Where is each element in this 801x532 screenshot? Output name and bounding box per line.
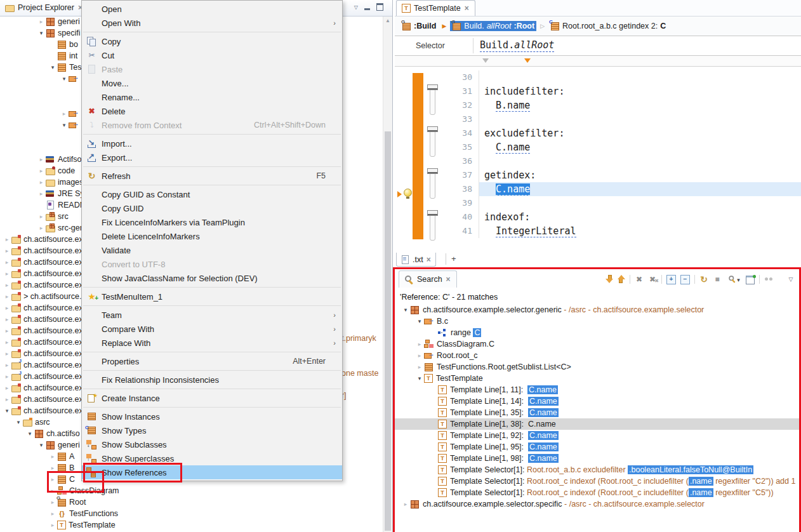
menu-item-copy-guid-as-constant[interactable]: Copy GUID as Constant bbox=[82, 187, 342, 201]
menu-item-refresh[interactable]: RefreshF5 bbox=[82, 169, 342, 183]
chevron-expanded-icon[interactable]: ▾ bbox=[25, 428, 34, 439]
chevron-collapsed-icon[interactable]: ▸ bbox=[48, 519, 57, 531]
chevron-expanded-icon[interactable]: ▾ bbox=[37, 439, 46, 451]
close-icon[interactable]: × bbox=[426, 255, 432, 264]
menu-item-export[interactable]: Export... bbox=[82, 150, 342, 164]
chevron-collapsed-icon[interactable]: ▸ bbox=[60, 108, 69, 119]
menu-item-copy-guid[interactable]: Copy GUID bbox=[82, 201, 342, 215]
scroll-up-icon[interactable]: ▲ bbox=[383, 18, 392, 23]
chevron-collapsed-icon[interactable]: ▸ bbox=[37, 16, 46, 27]
menu-item-import[interactable]: Import... bbox=[82, 136, 342, 150]
menu-item-cut[interactable]: Cut bbox=[82, 48, 342, 62]
chevron-collapsed-icon[interactable]: ▸ bbox=[37, 154, 46, 165]
chevron-collapsed-icon[interactable]: ▸ bbox=[48, 508, 57, 519]
tree-item-testfunctions[interactable]: ▸{}TestFunctions bbox=[0, 508, 383, 519]
menu-item-move[interactable]: Move... bbox=[82, 76, 342, 90]
chevron-collapsed-icon[interactable]: ▸ bbox=[3, 314, 11, 325]
chevron-collapsed-icon[interactable]: ▸ bbox=[3, 382, 11, 394]
code-line-34[interactable]: 34excludefilter: bbox=[440, 126, 801, 140]
chevron-collapsed-icon[interactable]: ▸ bbox=[3, 371, 11, 382]
chevron-expanded-icon[interactable]: ▾ bbox=[60, 119, 69, 131]
search-result-row[interactable]: TTemplate Selector[1]: Root.root_c index… bbox=[395, 487, 799, 498]
expand-all-icon[interactable]: + bbox=[666, 275, 676, 284]
search-result-row[interactable]: TTemplate Line[1, 92]: C.name bbox=[395, 430, 799, 441]
chevron-collapsed-icon[interactable]: ▸ bbox=[3, 348, 11, 359]
chevron-collapsed-icon[interactable]: ▸ bbox=[3, 336, 11, 348]
code-line-30[interactable]: 30 bbox=[440, 70, 801, 84]
chevron-expanded-icon[interactable]: ▾ bbox=[48, 62, 57, 73]
chevron-collapsed-icon[interactable]: ▸ bbox=[48, 462, 57, 474]
tab-project-explorer[interactable]: Project Explorer × bbox=[0, 0, 89, 15]
remove-all-matches-icon[interactable] bbox=[648, 275, 657, 284]
maximize-icon[interactable] bbox=[376, 3, 383, 11]
search-result-row[interactable]: TTemplate Selector[1]: Root.root_a.b.c e… bbox=[395, 464, 799, 475]
view-menu-icon[interactable]: ▽ bbox=[786, 275, 795, 284]
code-line-40[interactable]: 40indexof: bbox=[440, 210, 801, 224]
search-result-row[interactable]: TTemplate Line[1, 95]: C.name bbox=[395, 441, 799, 453]
menu-item-show-superclasses[interactable]: Show Superclasses bbox=[82, 451, 342, 465]
code-line-35[interactable]: 35 C.name bbox=[440, 140, 801, 154]
code-line-41[interactable]: 41 IntegerLiteral bbox=[440, 224, 801, 238]
search-result-row[interactable]: ▾ch.actifsource.example.selector.generic… bbox=[395, 304, 799, 316]
search-result-row[interactable]: TTemplate Selector[1]: Root.root_c index… bbox=[395, 475, 799, 487]
menu-item-show-subclasses[interactable]: Show Subclasses bbox=[82, 437, 342, 451]
lightbulb-icon[interactable] bbox=[404, 189, 412, 197]
pin-search-view-icon[interactable] bbox=[746, 276, 755, 284]
code-line-31[interactable]: 31includefilter: bbox=[440, 84, 801, 98]
vertical-scrollbar[interactable]: ▲ bbox=[383, 17, 392, 532]
chevron-expanded-icon[interactable]: ▾ bbox=[3, 405, 11, 416]
code-lines[interactable]: 3031includefilter:32 B.name3334excludefi… bbox=[440, 70, 801, 238]
breadcrumb-segment[interactable]: Build.allRoot:Root bbox=[450, 21, 536, 31]
chevron-collapsed-icon[interactable]: ▸ bbox=[3, 268, 11, 279]
chevron-collapsed-icon[interactable]: ▸ bbox=[3, 279, 11, 291]
tab-search[interactable]: Search × bbox=[399, 270, 457, 288]
search-result-row[interactable]: TTemplate Line[1, 98]: C.name bbox=[395, 453, 799, 464]
menu-item-open-with[interactable]: Open With› bbox=[82, 16, 342, 30]
chevron-collapsed-icon[interactable]: ▸ bbox=[3, 234, 11, 245]
code-line-33[interactable]: 33 bbox=[440, 112, 801, 126]
code-line-36[interactable]: 36 bbox=[440, 154, 801, 168]
chevron-collapsed-icon[interactable]: ▸ bbox=[37, 222, 46, 234]
chevron-collapsed-icon[interactable]: ▸ bbox=[3, 394, 11, 405]
chevron-collapsed-icon[interactable]: ▸ bbox=[48, 451, 57, 462]
chevron-collapsed-icon[interactable]: ▸ bbox=[3, 325, 11, 336]
next-match-icon[interactable] bbox=[606, 275, 613, 284]
chevron-collapsed-icon[interactable]: ▸ bbox=[3, 291, 11, 302]
menu-item-show-types[interactable]: Show Types bbox=[82, 423, 342, 437]
chevron-collapsed-icon[interactable]: ▸ bbox=[3, 256, 11, 268]
previous-search-results-icon[interactable]: ▾ bbox=[726, 275, 741, 284]
close-icon[interactable]: × bbox=[464, 4, 470, 13]
menu-item-compare-with[interactable]: Compare With› bbox=[82, 322, 342, 336]
previous-match-icon[interactable] bbox=[618, 275, 625, 284]
search-result-row[interactable]: TTemplate Line[1, 35]: C.name bbox=[395, 407, 799, 418]
menu-item-fix-relationship-inconsistencies[interactable]: Fix Relationship Inconsistencies bbox=[82, 373, 342, 387]
chevron-collapsed-icon[interactable]: ▸ bbox=[37, 165, 46, 176]
chevron-collapsed-icon[interactable]: ▸ bbox=[3, 302, 11, 314]
chevron-collapsed-icon[interactable]: ▸ bbox=[37, 188, 46, 199]
cancel-current-search-icon[interactable] bbox=[713, 275, 722, 284]
chevron-collapsed-icon[interactable]: ▸ bbox=[48, 496, 57, 508]
chevron-collapsed-icon[interactable]: ▸ bbox=[37, 211, 46, 222]
chevron-expanded-icon[interactable]: ▾ bbox=[60, 73, 69, 84]
add-tab-button[interactable]: + bbox=[446, 253, 456, 265]
chevron-expanded-icon[interactable]: ▾ bbox=[37, 27, 46, 39]
menu-item-delete-licenceinfomarkers[interactable]: Delete LicenceInfoMarkers bbox=[82, 229, 342, 243]
menu-item-show-references[interactable]: Show References bbox=[82, 465, 342, 479]
code-line-38[interactable]: 38 C.name bbox=[440, 182, 801, 196]
remove-selected-matches-icon[interactable] bbox=[635, 275, 644, 284]
menu-item-delete[interactable]: Delete bbox=[82, 104, 342, 118]
search-result-row[interactable]: ▾TTestTemplate bbox=[395, 373, 799, 384]
marker-triangle-gray[interactable] bbox=[482, 58, 489, 63]
search-result-row[interactable]: range C bbox=[395, 327, 799, 338]
menu-item-team[interactable]: Team› bbox=[82, 308, 342, 322]
tab-testtemplate[interactable]: T TestTemplate × bbox=[396, 0, 475, 16]
search-result-row[interactable]: TTemplate Line[1, 38]: C.name bbox=[395, 418, 799, 430]
code-line-39[interactable]: 39 bbox=[440, 196, 801, 210]
template-slider[interactable] bbox=[430, 168, 435, 199]
chevron-expanded-icon[interactable]: ▾ bbox=[401, 304, 410, 316]
chevron-collapsed-icon[interactable]: ▸ bbox=[415, 350, 424, 361]
chevron-collapsed-icon[interactable]: ▸ bbox=[401, 498, 410, 510]
template-slider[interactable] bbox=[430, 126, 435, 157]
chevron-expanded-icon[interactable]: ▾ bbox=[415, 373, 424, 384]
search-result-row[interactable]: ▸ch.actifsource.example.selector.specifi… bbox=[395, 498, 799, 510]
